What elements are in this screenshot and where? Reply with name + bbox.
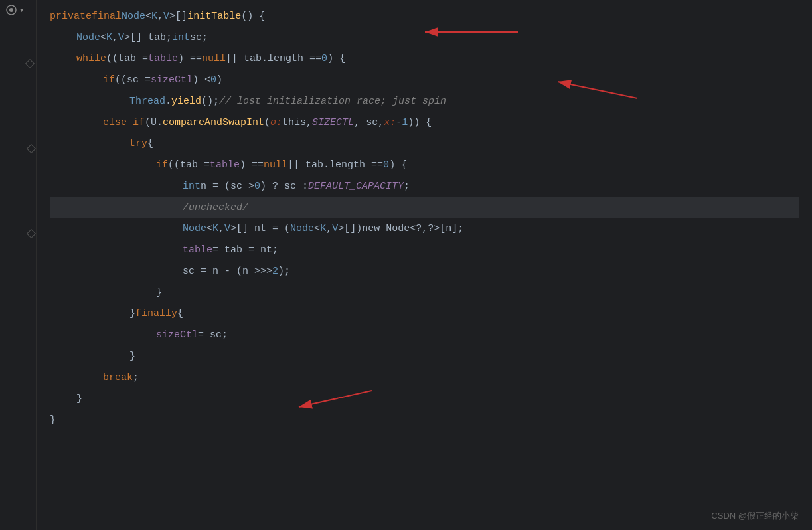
token: K [106,32,112,43]
token: { [147,138,153,149]
toolbar-icon [5,4,17,16]
token: ; [404,181,410,192]
watermark: CSDN @假正经的小柴 [711,510,799,522]
token: table [183,244,212,256]
gutter: ▾ [0,0,37,530]
token: = sc; [198,329,228,341]
token: || tab.length == [287,159,383,171]
code-line-12: table = tab = nt; [50,239,799,260]
token: Node [183,223,206,234]
token: K [151,11,157,22]
token: final [92,11,122,22]
token: - [396,117,402,128]
token: >[] nt = ( [230,223,290,234]
gutter-line-10 [0,223,36,244]
token: if [103,74,115,86]
token: while [76,53,106,64]
gutter-icon-diamond3 [27,229,36,238]
token: 0 [210,74,216,86]
token: , sc, [354,117,384,128]
token: x: [384,117,396,128]
token: compareAndSwapInt [163,117,264,128]
code-line-6: else if (U.compareAndSwapInt( o: this, S… [50,112,799,133]
token: V [332,223,338,234]
code-line-9: int n = (sc > 0) ? sc : DEFAULT_CAPACITY… [50,175,799,197]
token: null [264,159,287,171]
token: < [206,223,212,234]
code-line-11: Node<K,V>[] nt = (Node<K,V>[])new Node<?… [50,218,799,239]
token: } [50,414,56,426]
token: ) < [193,74,210,86]
token: int [172,32,190,43]
token: = tab = nt; [212,244,278,256]
token: ( [264,117,270,128]
token: () { [241,11,265,22]
token: try [129,138,147,149]
token: SIZECTL [312,117,354,128]
token: o: [270,117,282,128]
token: sizeCtl [156,329,198,341]
code-line-17: } [50,345,799,367]
code-line-10: /unchecked/ [50,197,799,218]
token: initTable [187,11,241,22]
token: ) ? sc : [260,181,308,192]
code-line-18: break; [50,367,799,388]
token: , [112,32,118,43]
token: sc; [190,32,208,43]
token: K [212,223,218,234]
gutter-icon-diamond2 [27,144,36,153]
token: this, [282,117,312,128]
token: ) { [389,159,407,171]
token: 0 [383,159,389,171]
token: >[] [169,11,187,22]
token: private [50,11,92,22]
code-line-4: if ((sc = sizeCtl) < 0) [50,69,799,90]
token: < [314,223,320,234]
token: . [165,96,171,107]
token: V [224,223,230,234]
gutter-line-2 [0,53,36,74]
token: ); [278,266,290,277]
token: table [210,159,240,171]
token: < [100,32,106,43]
token: /unchecked/ [183,202,248,213]
token: >[])new Node<?,?>[n]; [338,223,463,234]
token: 2 [272,266,278,277]
code-line-5: Thread.yield(); // lost initialization r… [50,90,799,112]
code-container: ▾ [0,0,812,530]
token: if [156,159,168,171]
token: Node [290,223,314,234]
token: ((tab = [106,53,148,64]
token: ; [133,372,139,383]
token: , [157,11,163,22]
token: >[] tab; [124,32,172,43]
token: yield [171,96,201,107]
token: < [145,11,151,22]
token: } [156,287,162,298]
token: Thread [129,96,165,107]
gutter-line-6 [0,138,36,159]
dropdown-arrow: ▾ [19,5,24,15]
token: sc = n - (n >>> [183,266,272,277]
token: 1 [402,117,408,128]
token: // lost initialization race; just spin [219,96,446,107]
token: } [129,308,135,319]
token: DEFAULT_CAPACITY [308,181,404,192]
token: (U. [145,117,163,128]
token: K [320,223,326,234]
token: , [218,223,224,234]
token: else if [103,117,145,128]
code-line-7: try { [50,133,799,154]
code-line-1: private final Node<K,V>[] initTable() { [50,5,799,27]
gutter-line-1 [0,32,36,53]
token: } [129,351,135,362]
token: } [76,393,82,404]
code-line-15: } finally { [50,303,799,324]
token: int [183,181,201,192]
token: 0 [321,53,327,64]
token: || tab.length == [226,53,321,64]
code-line-3: while ((tab = table) == null || tab.leng… [50,48,799,69]
token: 0 [254,181,260,192]
token: break [103,372,133,383]
code-line-2: Node<K,V>[] tab; int sc; [50,27,799,48]
